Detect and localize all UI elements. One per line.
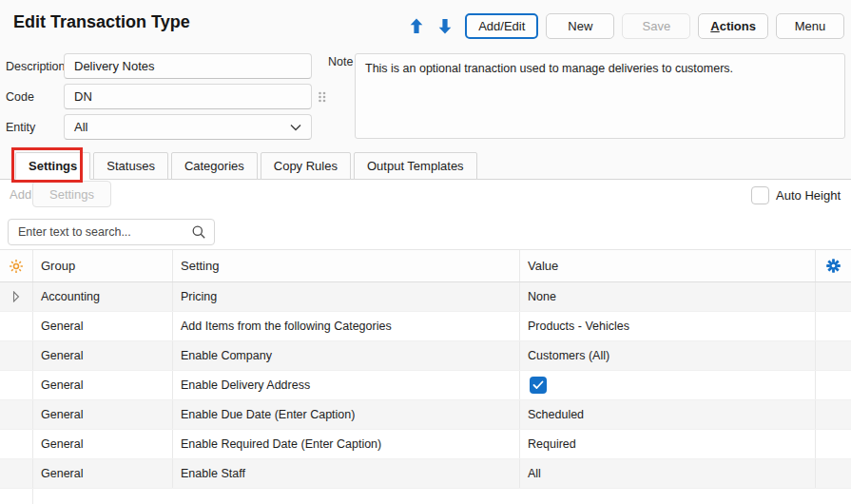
row-setting-cell: Enable Staff [173, 459, 520, 488]
row-gear-cell [816, 312, 851, 340]
navigate-down-button[interactable] [436, 18, 454, 34]
row-indicator-cell[interactable] [0, 282, 33, 311]
table-row[interactable]: Accounting Pricing None [0, 282, 851, 312]
row-value-cell[interactable]: Customers (All) [520, 341, 816, 370]
drag-handle-icon[interactable] [317, 89, 327, 105]
row-group-cell: General [33, 400, 173, 429]
row-indicator-cell[interactable] [0, 430, 33, 458]
row-value-text: None [528, 290, 556, 303]
edit-transaction-type-window: Edit Transaction Type Add/Edit New Save … [0, 0, 851, 504]
row-value-cell[interactable]: All [520, 459, 816, 488]
grid-header-row: Group Setting Value [0, 249, 851, 282]
row-value-cell[interactable]: Products - Vehicles [520, 312, 816, 340]
chevron-down-icon [290, 124, 301, 131]
expand-row-icon [12, 291, 20, 302]
row-value-cell[interactable]: None [520, 282, 816, 311]
grid-empty-area [0, 489, 851, 504]
row-indicator-cell[interactable] [0, 400, 33, 429]
row-group-cell: General [33, 341, 173, 370]
new-button[interactable]: New [546, 13, 614, 39]
code-input[interactable] [64, 84, 312, 109]
row-group-cell: General [33, 459, 173, 488]
row-value-cell[interactable]: Required [520, 430, 816, 458]
row-setting-cell: Enable Due Date (Enter Caption) [173, 400, 520, 429]
save-button: Save [622, 13, 690, 39]
auto-height-checkbox[interactable] [751, 186, 769, 204]
search-icon[interactable] [191, 224, 206, 242]
grid-rows: Accounting Pricing None General Add Item… [0, 282, 851, 489]
gear-icon [826, 259, 841, 273]
row-indicator-cell[interactable] [0, 341, 33, 370]
row-setting-cell: Enable Delivery Address [173, 371, 520, 399]
row-value-cell[interactable] [520, 371, 816, 399]
note-textarea[interactable]: This is an optional tranaction used to m… [355, 53, 845, 139]
row-setting-cell: Add Items from the following Categories [173, 312, 520, 340]
description-label: Description [6, 60, 66, 73]
row-group-cell: General [33, 430, 173, 458]
tab-settings[interactable]: Settings [15, 152, 90, 180]
page-title: Edit Transaction Type [13, 12, 190, 32]
row-group-cell: General [33, 312, 173, 340]
row-setting-cell: Enable Company [173, 341, 520, 370]
auto-height-toggle[interactable]: Auto Height [751, 186, 841, 204]
row-group-cell: General [33, 371, 173, 399]
menu-button[interactable]: Menu [776, 13, 844, 39]
row-value-text: All [528, 467, 541, 480]
tab-categories[interactable]: Categories [171, 152, 258, 180]
row-gear-cell [816, 459, 851, 488]
note-label: Note [328, 55, 353, 68]
row-indicator-cell[interactable] [0, 371, 33, 399]
table-row[interactable]: General Enable Required Date (Enter Capt… [0, 430, 851, 459]
search-box [8, 219, 215, 245]
row-value-text: Products - Vehicles [528, 320, 629, 333]
settings-button-disabled: Settings [32, 181, 111, 207]
tab-statuses[interactable]: Statuses [93, 152, 168, 180]
row-gear-cell [816, 341, 851, 370]
checkmark-icon [532, 380, 544, 390]
new-item-row-indicator [0, 250, 33, 281]
row-gear-cell [816, 282, 851, 311]
row-gear-cell [816, 430, 851, 458]
table-row[interactable]: General Enable Company Customers (All) [0, 341, 851, 371]
row-setting-cell: Pricing [173, 282, 520, 311]
table-row[interactable]: General Enable Due Date (Enter Caption) … [0, 400, 851, 430]
table-row[interactable]: General Enable Delivery Address [0, 371, 851, 400]
column-header-group[interactable]: Group [33, 250, 173, 281]
actions-button[interactable]: Actions [698, 13, 768, 39]
header-actions: Add/Edit New Save Actions Menu [408, 13, 844, 39]
row-indicator-cell[interactable] [0, 312, 33, 340]
add-edit-button[interactable]: Add/Edit [465, 13, 538, 39]
row-gear-cell [816, 371, 851, 399]
table-row[interactable]: General Enable Staff All [0, 459, 851, 489]
search-input[interactable] [8, 219, 215, 245]
entity-label: Entity [6, 121, 35, 134]
arrow-up-icon [410, 18, 423, 34]
arrow-down-icon [438, 18, 452, 34]
row-setting-cell: Enable Required Date (Enter Caption) [173, 430, 520, 458]
tab-output-templates[interactable]: Output Templates [354, 152, 477, 180]
row-group-cell: Accounting [33, 282, 173, 311]
column-header-value[interactable]: Value [520, 250, 816, 281]
description-input[interactable] [64, 53, 312, 79]
row-value-text: Required [528, 437, 576, 451]
row-value-cell[interactable]: Scheduled [520, 400, 816, 429]
sun-icon [9, 259, 24, 274]
settings-grid: Group Setting Value [0, 249, 851, 504]
grid-settings-gear[interactable] [816, 250, 851, 281]
entity-selected-value: All [74, 120, 87, 134]
checked-checkbox[interactable] [530, 377, 547, 394]
row-gear-cell [816, 400, 851, 429]
row-value-text: Scheduled [528, 408, 584, 421]
row-indicator-cell[interactable] [0, 459, 33, 488]
row-value-text: Customers (All) [528, 349, 609, 362]
entity-select[interactable]: All [64, 114, 312, 140]
tab-strip: Settings Statuses Categories Copy Rules … [15, 152, 477, 180]
auto-height-label: Auto Height [776, 188, 841, 203]
code-label: Code [6, 90, 34, 104]
table-row[interactable]: General Add Items from the following Cat… [0, 312, 851, 341]
navigate-up-button[interactable] [408, 18, 425, 34]
column-header-setting[interactable]: Setting [173, 250, 520, 281]
add-label-disabled: Add [10, 187, 31, 202]
tab-copy-rules[interactable]: Copy Rules [261, 152, 351, 180]
